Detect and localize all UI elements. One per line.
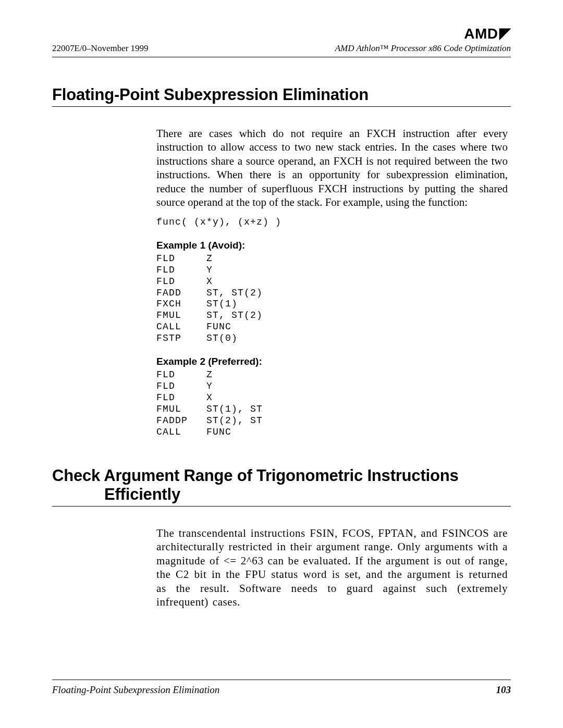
section-heading-1: Floating-Point Subexpression Elimination: [52, 85, 511, 104]
brand-arrow-icon: ◤: [499, 24, 511, 42]
example-2-code: FLD Z FLD Y FLD X FMUL ST(1), ST FADDP S…: [156, 369, 508, 438]
header-rule: [52, 57, 511, 57]
footer-page-number: 103: [496, 684, 511, 696]
header-doc-id: 22007E/0–November 1999: [52, 43, 149, 54]
section-rule-1: [52, 106, 511, 107]
section-2-body: The transcendental instructions FSIN, FC…: [156, 526, 508, 609]
running-header: 22007E/0–November 1999 AMD Athlon™ Proce…: [52, 43, 511, 57]
example-1-title: Example 1 (Avoid):: [156, 240, 508, 251]
section-1-paragraph: There are cases which do not require an …: [156, 127, 508, 209]
example-2-title: Example 2 (Preferred):: [156, 356, 508, 367]
section-heading-2: Check Argument Range of Trigonometric In…: [52, 466, 511, 504]
page: AMD◤ 22007E/0–November 1999 AMD Athlon™ …: [0, 0, 563, 728]
footer: Floating-Point Subexpression Elimination…: [52, 680, 511, 696]
func-expression-code: func( (x*y), (x+z) ): [156, 217, 508, 228]
header-doc-title: AMD Athlon™ Processor x86 Code Optimizat…: [335, 43, 511, 54]
section-2-paragraph: The transcendental instructions FSIN, FC…: [156, 526, 508, 609]
section-rule-2: [52, 506, 511, 507]
example-1-code: FLD Z FLD Y FLD X FADD ST, ST(2) FXCH ST…: [156, 253, 508, 345]
footer-title: Floating-Point Subexpression Elimination: [52, 684, 219, 696]
brand-text: AMD: [464, 26, 498, 42]
section-1-body: There are cases which do not require an …: [156, 127, 508, 438]
brand-logo: AMD◤: [52, 25, 511, 42]
